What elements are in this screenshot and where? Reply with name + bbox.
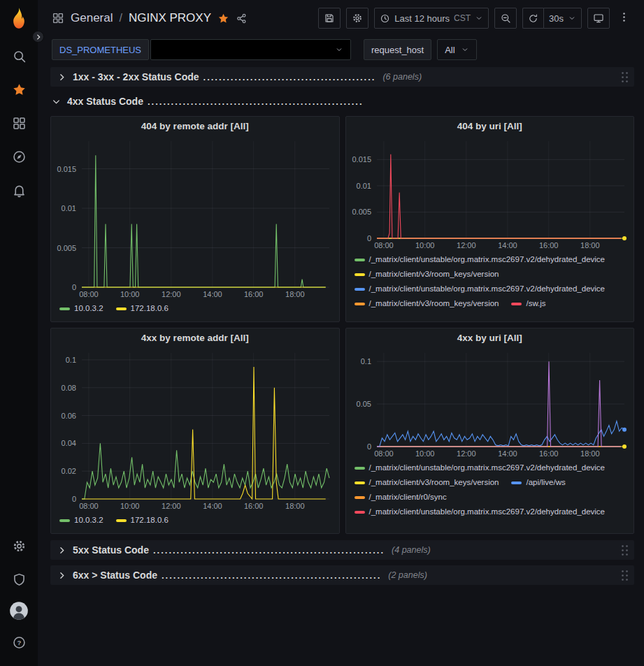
refresh-button[interactable] xyxy=(522,8,543,29)
timeseries-chart[interactable]: 08:0010:0012:0014:0016:0018:0000.050.1 xyxy=(346,347,634,459)
legend-row: /_matrix/client/r0/sync xyxy=(355,490,626,505)
legend-item[interactable]: /_matrix/client/v3/room_keys/version xyxy=(355,267,499,282)
legend-item[interactable]: /sw.js xyxy=(511,296,545,311)
bell-icon xyxy=(12,183,27,198)
panel-title[interactable]: 404 by uri [All] xyxy=(346,117,634,136)
server-admin-icon[interactable] xyxy=(5,565,33,594)
question-circle-icon: ? xyxy=(12,635,27,650)
breadcrumb-title[interactable]: NGINX PROXY xyxy=(129,11,211,25)
var-value-request-host-dropdown[interactable]: All xyxy=(437,39,476,60)
svg-text:16:00: 16:00 xyxy=(538,449,558,458)
row-title: 5xx Status Code xyxy=(73,544,149,556)
save-icon xyxy=(324,13,335,24)
sidebar-expand-button[interactable] xyxy=(32,31,44,43)
timeseries-chart[interactable]: 08:0010:0012:0014:0016:0018:0000.0050.01… xyxy=(51,136,339,300)
favorite-star-icon[interactable] xyxy=(217,13,229,24)
row-drag-handle[interactable] xyxy=(621,570,629,581)
panel-title[interactable]: 4xx by uri [All] xyxy=(346,328,634,347)
legend-item[interactable]: /_matrix/client/r0/sync xyxy=(355,490,447,505)
time-range-picker[interactable]: Last 12 hours CST xyxy=(374,8,489,29)
apps-icon[interactable] xyxy=(52,12,64,24)
svg-text:12:00: 12:00 xyxy=(162,290,181,298)
more-options-icon[interactable] xyxy=(615,11,633,25)
timeseries-chart[interactable]: 08:0010:0012:0014:0016:0018:0000.0050.01… xyxy=(346,136,634,251)
starred-icon[interactable] xyxy=(5,75,33,104)
legend-swatch xyxy=(355,303,365,305)
explore-icon[interactable] xyxy=(5,142,33,171)
row-title-dots: ........................................… xyxy=(162,570,381,581)
sidebar: ? xyxy=(0,0,38,666)
legend-item[interactable]: 10.0.3.2 xyxy=(59,301,103,316)
dashboard-row-5xx[interactable]: 5xx Status Code ........................… xyxy=(50,540,634,560)
legend-row: /_matrix/client/v3/room_keys/version/api… xyxy=(355,475,626,490)
var-value-ds-dropdown[interactable] xyxy=(150,39,351,60)
avatar-icon xyxy=(9,601,29,621)
legend: /_matrix/client/unstable/org.matrix.msc2… xyxy=(346,459,634,533)
legend-swatch xyxy=(355,482,365,484)
legend-item[interactable]: /_matrix/client/v3/room_keys/version xyxy=(355,475,499,490)
configuration-icon[interactable] xyxy=(5,531,33,560)
search-icon[interactable] xyxy=(5,41,33,71)
legend-swatch xyxy=(116,307,127,310)
legend-label: 10.0.3.2 xyxy=(74,301,103,316)
legend-item[interactable]: 10.0.3.2 xyxy=(59,513,103,528)
svg-text:0: 0 xyxy=(72,283,76,291)
breadcrumb-separator: / xyxy=(119,12,122,24)
legend-row: 10.0.3.2172.18.0.6 xyxy=(59,513,331,528)
save-dashboard-button[interactable] xyxy=(318,8,341,29)
panel-404-by-uri: 404 by uri [All] 08:0010:0012:0014:0016:… xyxy=(345,116,635,322)
user-avatar[interactable] xyxy=(5,596,33,625)
row-drag-handle[interactable] xyxy=(621,544,629,556)
navbar-actions: Last 12 hours CST 30s xyxy=(318,8,633,29)
legend-item[interactable]: /api/live/ws xyxy=(511,475,565,490)
legend-item[interactable]: /_matrix/client/unstable/org.matrix.msc2… xyxy=(355,461,606,475)
dashboard-row-6xx[interactable]: 6xx > Status Code ......................… xyxy=(50,565,634,585)
legend-swatch xyxy=(355,288,365,291)
chevron-down-icon xyxy=(568,14,576,22)
svg-text:16:00: 16:00 xyxy=(538,241,558,249)
timeseries-chart[interactable]: 08:0010:0012:0014:0016:0018:0000.020.040… xyxy=(51,347,339,512)
row-panel-count: (4 panels) xyxy=(392,545,431,555)
share-icon[interactable] xyxy=(236,13,248,24)
dashboards-icon[interactable] xyxy=(5,108,33,138)
svg-text:08:00: 08:00 xyxy=(79,502,99,510)
legend-item[interactable]: /_matrix/client/unstable/org.matrix.msc2… xyxy=(355,282,606,296)
legend-label: /api/live/ws xyxy=(526,475,565,490)
svg-text:18:00: 18:00 xyxy=(285,290,305,298)
legend-label: /_matrix/client/unstable/org.matrix.msc2… xyxy=(369,461,606,475)
svg-text:18:00: 18:00 xyxy=(285,502,305,510)
svg-text:12:00: 12:00 xyxy=(162,502,181,510)
refresh-interval-label: 30s xyxy=(549,13,564,24)
var-label-ds-prometheus[interactable]: DS_PROMETHEUS xyxy=(52,39,149,60)
help-icon[interactable]: ? xyxy=(5,628,33,657)
grafana-logo-icon[interactable] xyxy=(7,7,31,31)
alerting-icon[interactable] xyxy=(5,175,33,205)
svg-text:0.04: 0.04 xyxy=(62,439,76,447)
refresh-interval-dropdown[interactable]: 30s xyxy=(543,8,582,29)
svg-text:14:00: 14:00 xyxy=(203,502,222,510)
legend: 10.0.3.2172.18.0.6 xyxy=(51,512,339,533)
refresh-icon xyxy=(528,13,538,24)
breadcrumb-section[interactable]: General xyxy=(71,11,113,25)
legend-item[interactable]: 172.18.0.6 xyxy=(116,513,169,528)
panel-title[interactable]: 404 by remote addr [All] xyxy=(51,117,339,136)
main-area: General / NGINX PROXY L xyxy=(38,0,644,666)
var-label-request-host[interactable]: request_host xyxy=(364,39,431,60)
dashboard-settings-button[interactable] xyxy=(346,8,368,29)
legend-item[interactable]: 172.18.0.6 xyxy=(116,301,169,316)
legend-row: /_matrix/client/v3/room_keys/version xyxy=(355,267,626,282)
dashboard-row-1xx-3xx-2xx[interactable]: 1xx - 3xx - 2xx Status Code ............… xyxy=(50,67,634,87)
legend: /_matrix/client/unstable/org.matrix.msc2… xyxy=(346,251,634,321)
svg-text:0: 0 xyxy=(366,234,371,242)
legend-item[interactable]: /_matrix/client/unstable/org.matrix.msc2… xyxy=(355,252,606,267)
legend-item[interactable]: /_matrix/client/v3/room_keys/version xyxy=(355,296,499,311)
legend-label: /_matrix/client/r0/sync xyxy=(369,490,447,505)
zoom-out-button[interactable] xyxy=(494,8,517,29)
dashboard-row-4xx[interactable]: 4xx Status Code ........................… xyxy=(50,92,634,110)
legend-swatch xyxy=(355,511,365,514)
row-drag-handle[interactable] xyxy=(621,71,629,83)
legend-item[interactable]: /_matrix/client/unstable/org.matrix.msc2… xyxy=(355,505,606,519)
legend-swatch xyxy=(355,467,365,470)
panel-title[interactable]: 4xx by remote addr [All] xyxy=(51,328,339,347)
cycle-view-button[interactable] xyxy=(587,8,610,29)
